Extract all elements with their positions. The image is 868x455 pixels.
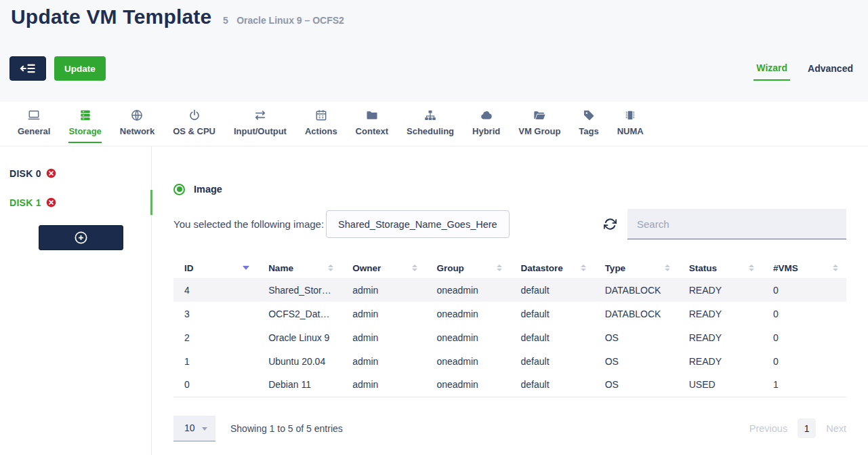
add-disk-button[interactable] (39, 225, 123, 250)
refresh-icon (604, 218, 617, 231)
page-size-select[interactable]: 10 (173, 416, 215, 441)
tab-storage[interactable]: Storage (68, 108, 101, 143)
back-to-list-button[interactable] (9, 56, 46, 81)
table-cell: READY (678, 278, 762, 302)
table-cell: default (510, 373, 594, 397)
tab-numa[interactable]: NUMA (617, 108, 644, 142)
table-cell: DATABLOCK (594, 278, 678, 302)
chip-icon (623, 108, 637, 122)
table-cell: 4 (173, 278, 257, 302)
table-cell: 1 (173, 349, 257, 373)
table-cell: oneadmin (426, 373, 510, 397)
selected-image-value[interactable]: Shared_Storage_Name_Goes_Here (326, 210, 510, 238)
table-cell: 0 (762, 302, 846, 325)
current-page-button[interactable]: 1 (798, 418, 816, 438)
table-cell: Oracle Linux 9 (257, 325, 342, 349)
folder-icon (365, 108, 379, 122)
sidebar-item-disk-1[interactable]: DISK 1 (0, 188, 151, 217)
table-cell: OS (594, 373, 678, 397)
tab-input-output[interactable]: Input/Output (234, 108, 287, 142)
column-header-type[interactable]: Type (594, 258, 678, 278)
table-tools (604, 209, 846, 239)
image-radio[interactable] (173, 184, 185, 195)
column-header-vms[interactable]: #VMS (762, 258, 846, 278)
table-cell: OS (594, 325, 678, 349)
sidebar-item-disk-0[interactable]: DISK 0 (0, 159, 151, 188)
template-name: Oracle Linux 9 – OCFS2 (236, 15, 344, 26)
image-radio-row: Image (173, 182, 846, 196)
table-row[interactable]: 3 OCFS2_Databl… admin oneadmin default D… (173, 302, 846, 325)
previous-page-button[interactable]: Previous (749, 423, 787, 434)
globe-icon (130, 108, 144, 122)
column-header-id[interactable]: ID (173, 258, 257, 278)
section-tabbar: General Storage Network OS & CPU (0, 102, 868, 146)
tab-scheduling[interactable]: Scheduling (407, 108, 454, 142)
table-cell: READY (678, 325, 762, 349)
table-cell: 2 (173, 325, 257, 349)
laptop-icon (27, 108, 41, 122)
image-radio-label: Image (194, 184, 222, 195)
table-footer: 10 Showing 1 to 5 of 5 entries Previous … (173, 415, 846, 442)
table-cell: Ubuntu 20.04 (257, 349, 342, 373)
mode-switcher: Wizard Advanced (753, 62, 856, 81)
tab-network[interactable]: Network (120, 108, 154, 142)
column-header-group[interactable]: Group (426, 258, 510, 278)
search-input[interactable] (627, 209, 846, 239)
tab-general[interactable]: General (18, 108, 50, 142)
table-cell: 0 (762, 325, 846, 349)
calendar-icon (314, 108, 328, 122)
refresh-button[interactable] (604, 218, 617, 231)
selected-image-caption: You selected the following image: (173, 218, 324, 230)
table-cell: default (510, 278, 594, 302)
tab-label: Actions (305, 126, 337, 136)
table-row[interactable]: 0 Debian 11 admin oneadmin default OS US… (173, 373, 846, 397)
tab-vm-group[interactable]: VM Group (518, 108, 560, 142)
mode-tab-advanced[interactable]: Advanced (805, 63, 856, 80)
tab-label: Scheduling (407, 126, 454, 136)
table-cell: oneadmin (426, 349, 510, 373)
table-cell: oneadmin (426, 325, 510, 349)
template-id: 5 (223, 15, 228, 26)
swap-arrows-icon (253, 108, 267, 122)
table-cell: default (510, 349, 594, 373)
tab-os-cpu[interactable]: OS & CPU (173, 108, 215, 142)
column-header-owner[interactable]: Owner (342, 258, 426, 278)
mode-tab-wizard[interactable]: Wizard (753, 62, 790, 81)
image-selection-panel: Image You selected the following image: … (152, 146, 868, 455)
table-cell: OCFS2_Databl… (257, 302, 342, 325)
table-cell: 1 (762, 373, 846, 397)
sort-icon (581, 264, 586, 271)
update-button[interactable]: Update (54, 56, 106, 81)
table-row[interactable]: 1 Ubuntu 20.04 admin oneadmin default OS… (173, 349, 846, 373)
tab-label: OS & CPU (173, 126, 215, 136)
table-cell: READY (678, 349, 762, 373)
disk-label: DISK 0 (9, 168, 41, 179)
table-cell: 0 (762, 278, 846, 302)
next-page-button[interactable]: Next (826, 423, 846, 434)
table-row[interactable]: 2 Oracle Linux 9 admin oneadmin default … (173, 325, 846, 349)
tab-label: Tags (579, 126, 598, 136)
tab-label: NUMA (617, 126, 644, 136)
delete-disk-icon[interactable] (46, 168, 56, 178)
table-cell: oneadmin (426, 302, 510, 325)
table-cell: default (510, 325, 594, 349)
table-cell: Debian 11 (257, 373, 342, 397)
chevron-down-icon (202, 427, 207, 431)
tab-hybrid[interactable]: Hybrid (472, 108, 500, 142)
tab-label: Input/Output (234, 126, 287, 136)
arrow-left-list-icon (20, 62, 36, 75)
column-header-status[interactable]: Status (678, 258, 762, 278)
sort-icon (665, 264, 670, 271)
showing-entries-text: Showing 1 to 5 of 5 entries (230, 423, 343, 434)
table-cell: admin (342, 302, 426, 325)
storage-content: DISK 0 DISK 1 Image (0, 146, 868, 455)
column-header-name[interactable]: Name (257, 258, 342, 278)
column-header-datastore[interactable]: Datastore (510, 258, 594, 278)
delete-disk-icon[interactable] (46, 197, 56, 207)
table-row[interactable]: 4 Shared_Storag… admin oneadmin default … (173, 278, 846, 302)
tab-tags[interactable]: Tags (579, 108, 598, 142)
table-cell: default (510, 302, 594, 325)
table-cell: USED (678, 373, 762, 397)
tab-context[interactable]: Context (356, 108, 388, 142)
tab-actions[interactable]: Actions (305, 108, 337, 142)
